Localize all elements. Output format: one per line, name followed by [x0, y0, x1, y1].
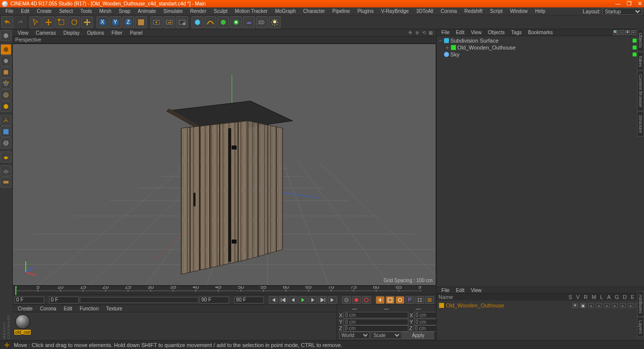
menu-snap[interactable]: Snap	[116, 8, 133, 14]
close-button[interactable]: ✕	[638, 1, 642, 6]
menu-vraybridge[interactable]: V-RayBridge	[378, 8, 412, 14]
frame-range-end-input[interactable]	[234, 297, 264, 303]
vp-menu-filter[interactable]: Filter	[108, 30, 125, 36]
locked-workplane-button[interactable]	[0, 165, 11, 176]
add-generator-button[interactable]	[217, 16, 229, 28]
layout-dropdown[interactable]: Startup	[602, 8, 642, 15]
menu-pipeline[interactable]: Pipeline	[329, 8, 353, 14]
tab-content-browser[interactable]: Content Browser	[637, 71, 644, 111]
menu-redshift[interactable]: Redshift	[461, 8, 486, 14]
coord-apply-button[interactable]: Apply	[402, 332, 433, 339]
record-button[interactable]	[342, 296, 351, 304]
menu-mograph[interactable]: MoGraph	[272, 8, 299, 14]
tree-item-name[interactable]: Sky	[450, 51, 631, 57]
texture-mode-button[interactable]	[0, 55, 11, 66]
menu-create[interactable]: Create	[34, 8, 54, 14]
minimize-button[interactable]: —	[615, 1, 621, 6]
menu-file[interactable]: File	[2, 8, 16, 14]
tree-expand-icon[interactable]: −	[439, 38, 443, 44]
obj-home-icon[interactable]: ⌂	[619, 30, 624, 35]
add-cube-button[interactable]	[192, 16, 203, 28]
axis-z-toggle[interactable]: Z	[122, 16, 134, 28]
attr-dot3-icon[interactable]: •	[604, 303, 610, 308]
menu-motion-tracker[interactable]: Motion Tracker	[232, 8, 271, 14]
material-name-label[interactable]: old_out	[14, 330, 31, 335]
add-light-button[interactable]	[269, 16, 281, 28]
maximize-button[interactable]: ❐	[627, 1, 632, 6]
snap-toggle-button[interactable]: S	[0, 138, 11, 149]
key-position-button[interactable]	[376, 296, 385, 304]
add-deformer-button[interactable]	[230, 16, 242, 28]
last-tool[interactable]	[81, 16, 93, 28]
next-frame-button[interactable]	[308, 296, 317, 304]
mat-menu-corona[interactable]: Corona	[37, 306, 59, 311]
menu-script[interactable]: Script	[487, 8, 506, 14]
attr-render-icon[interactable]: ▣	[580, 303, 586, 308]
axis-toggle-button[interactable]	[0, 115, 11, 126]
attr-menu-view[interactable]: View	[468, 288, 484, 293]
render-settings-button[interactable]	[176, 16, 188, 28]
menu-render[interactable]: Render	[187, 8, 209, 14]
goto-next-key-button[interactable]	[318, 296, 327, 304]
menu-simulate[interactable]: Simulate	[160, 8, 186, 14]
tab-takes[interactable]: Takes	[637, 52, 644, 71]
timeline-ruler[interactable]: 051015202530354045505560657075808590	[12, 286, 436, 295]
viewport-solo-button[interactable]	[0, 126, 11, 137]
frame-end-input[interactable]	[199, 297, 229, 303]
attr-dot4-icon[interactable]: •	[612, 303, 618, 308]
key-pla-button[interactable]	[415, 296, 424, 304]
attr-object-name[interactable]: Old_Wooden_Outhouse	[446, 302, 504, 308]
key-parameter-button[interactable]: P	[405, 296, 414, 304]
coord-system-toggle[interactable]	[135, 16, 147, 28]
menu-plugins[interactable]: Plugins	[354, 8, 377, 14]
key-scale-button[interactable]	[386, 296, 395, 304]
tree-visibility-dot[interactable]	[633, 46, 637, 50]
render-picture-viewer-button[interactable]	[163, 16, 175, 28]
obj-eye-icon[interactable]: 👁	[625, 30, 630, 35]
coord-pos-z[interactable]	[344, 325, 408, 332]
redo-button[interactable]	[14, 16, 26, 28]
goto-start-button[interactable]	[269, 296, 278, 304]
vp-menu-view[interactable]: View	[15, 30, 32, 36]
menu-select[interactable]: Select	[56, 8, 76, 14]
tree-row[interactable]: −Subdivision Surface	[439, 37, 642, 44]
material-thumbnail[interactable]	[15, 314, 30, 329]
polygon-mode-button[interactable]	[0, 101, 11, 112]
menu-character[interactable]: Character	[300, 8, 328, 14]
coord-pos-y[interactable]	[344, 319, 408, 325]
menu-corona[interactable]: Corona	[438, 8, 460, 14]
select-tool[interactable]	[30, 16, 42, 28]
menu-3dtoall[interactable]: 3DToAll	[413, 8, 436, 14]
obj-menu-edit[interactable]: Edit	[453, 30, 467, 35]
vp-menu-cameras[interactable]: Cameras	[33, 30, 59, 36]
autokey-button[interactable]	[352, 296, 361, 304]
tree-visibility-dot[interactable]	[633, 52, 637, 56]
key-options-button[interactable]	[425, 296, 434, 304]
obj-menu-view[interactable]: View	[468, 30, 484, 35]
axis-x-toggle[interactable]: X	[97, 16, 108, 28]
coord-scale-dropdown[interactable]: Scale	[371, 332, 401, 339]
vp-nav-pan-icon[interactable]: ✥	[407, 30, 413, 36]
frame-start-input[interactable]	[14, 297, 44, 303]
move-tool[interactable]	[43, 16, 54, 28]
object-tree[interactable]: −Subdivision Surface+Old_Wooden_Outhouse…	[437, 36, 644, 287]
attr-dot5-icon[interactable]: •	[620, 303, 626, 308]
menu-animate[interactable]: Animate	[135, 8, 159, 14]
add-environment-button[interactable]	[243, 16, 255, 28]
menu-help[interactable]: Help	[532, 8, 548, 14]
goto-prev-key-button[interactable]	[279, 296, 288, 304]
frame-slider[interactable]	[80, 297, 198, 303]
tab-layers[interactable]: Layers	[637, 317, 644, 337]
vp-menu-options[interactable]: Options	[84, 30, 107, 36]
axis-y-toggle[interactable]: Y	[109, 16, 121, 28]
tree-item-name[interactable]: Old_Wooden_Outhouse	[457, 45, 631, 50]
vp-menu-panel[interactable]: Panel	[127, 30, 146, 36]
attr-view-icon[interactable]: 👁	[572, 303, 578, 308]
tree-row[interactable]: Sky	[439, 51, 642, 58]
vp-nav-rotate-icon[interactable]: ⟲	[421, 30, 427, 36]
obj-list-icon[interactable]: ≡	[631, 30, 636, 35]
tab-structure[interactable]: Structure	[637, 111, 644, 137]
attr-dot2-icon[interactable]: •	[596, 303, 602, 308]
key-rotation-button[interactable]	[396, 296, 404, 304]
prev-frame-button[interactable]	[289, 296, 297, 304]
